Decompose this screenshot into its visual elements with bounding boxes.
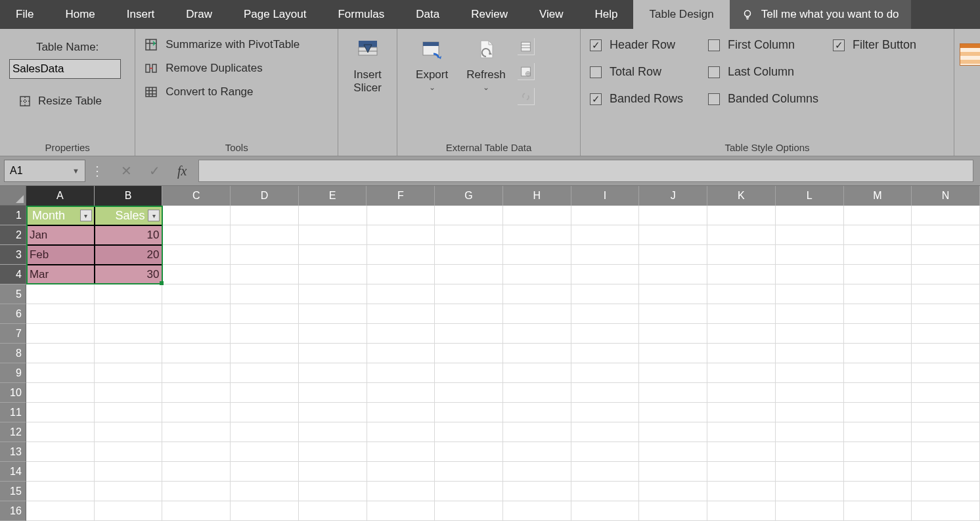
cell[interactable]: Feb	[26, 245, 95, 265]
cell[interactable]	[503, 363, 571, 383]
cell[interactable]	[299, 245, 367, 265]
cell[interactable]	[707, 284, 776, 304]
name-box[interactable]: A1 ▼	[4, 160, 85, 182]
cell[interactable]	[912, 304, 980, 324]
cell[interactable]	[299, 442, 367, 462]
col-J[interactable]: J	[639, 186, 707, 206]
tell-me-search[interactable]: Tell me what you want to do	[730, 0, 911, 29]
cell[interactable]	[367, 501, 435, 521]
properties-icon-button[interactable]	[518, 38, 535, 55]
cell[interactable]	[571, 265, 640, 284]
cell[interactable]	[435, 324, 503, 344]
cell[interactable]	[162, 265, 231, 284]
cell[interactable]	[844, 265, 912, 284]
cell[interactable]	[26, 363, 95, 383]
cell[interactable]	[707, 304, 776, 324]
open-in-browser-icon-button[interactable]	[518, 63, 535, 80]
cell[interactable]	[639, 422, 707, 442]
cell[interactable]	[639, 383, 707, 403]
cell[interactable]	[844, 225, 912, 245]
cell[interactable]	[231, 501, 299, 521]
cell[interactable]	[844, 206, 912, 225]
chk-last-column[interactable]: Last Column	[708, 65, 833, 79]
cell[interactable]	[367, 422, 435, 442]
cell[interactable]	[639, 225, 707, 245]
cell[interactable]	[571, 383, 640, 403]
cell[interactable]	[844, 324, 912, 344]
cell[interactable]	[231, 363, 299, 383]
cell[interactable]	[26, 403, 95, 422]
tab-file[interactable]: File	[0, 0, 49, 29]
cell[interactable]: Jan	[26, 225, 95, 245]
cell[interactable]	[707, 363, 776, 383]
cell[interactable]	[639, 501, 707, 521]
cell[interactable]	[95, 304, 163, 324]
cell[interactable]	[95, 422, 163, 442]
cell[interactable]	[776, 324, 844, 344]
cell[interactable]	[162, 324, 231, 344]
cell[interactable]	[367, 403, 435, 422]
table-style-thumbnail[interactable]	[960, 43, 980, 66]
cell[interactable]	[639, 265, 707, 284]
cell[interactable]	[231, 344, 299, 363]
cell[interactable]	[95, 363, 163, 383]
cancel-edit-icon[interactable]: ✕	[121, 163, 132, 179]
cell[interactable]	[435, 304, 503, 324]
cell[interactable]	[367, 324, 435, 344]
cell[interactable]	[95, 344, 163, 363]
cell[interactable]	[776, 442, 844, 462]
cell[interactable]	[503, 422, 571, 442]
insert-slicer-button[interactable]: InsertSlicer	[347, 34, 388, 95]
cell[interactable]	[367, 304, 435, 324]
cell[interactable]: Sales	[95, 206, 163, 225]
tab-view[interactable]: View	[523, 0, 579, 29]
cell[interactable]	[707, 462, 776, 482]
row-5[interactable]: 5	[0, 284, 26, 304]
cell[interactable]	[639, 324, 707, 344]
cell[interactable]	[367, 482, 435, 501]
cell[interactable]	[95, 482, 163, 501]
cell[interactable]	[844, 442, 912, 462]
cell[interactable]	[435, 422, 503, 442]
cell[interactable]	[231, 383, 299, 403]
cell[interactable]	[844, 422, 912, 442]
filter-dropdown-icon[interactable]	[148, 210, 160, 221]
cell[interactable]	[503, 284, 571, 304]
chk-first-column[interactable]: First Column	[708, 38, 833, 52]
tab-help[interactable]: Help	[579, 0, 634, 29]
row-16[interactable]: 16	[0, 501, 26, 521]
cell[interactable]	[844, 245, 912, 265]
cell[interactable]	[162, 206, 231, 225]
cell[interactable]	[571, 245, 640, 265]
cell[interactable]	[639, 206, 707, 225]
tab-table-design[interactable]: Table Design	[633, 0, 729, 29]
cell[interactable]	[299, 344, 367, 363]
cell[interactable]	[844, 363, 912, 383]
row-11[interactable]: 11	[0, 403, 26, 422]
cell[interactable]	[707, 501, 776, 521]
row-12[interactable]: 12	[0, 422, 26, 442]
cell[interactable]	[231, 304, 299, 324]
cell[interactable]	[912, 442, 980, 462]
cell[interactable]	[231, 284, 299, 304]
cell[interactable]	[912, 265, 980, 284]
cell[interactable]	[299, 501, 367, 521]
row-7[interactable]: 7	[0, 324, 26, 344]
cell[interactable]	[844, 344, 912, 363]
cell[interactable]	[912, 383, 980, 403]
cell[interactable]	[912, 245, 980, 265]
name-box-menu[interactable]: ⋮	[85, 163, 109, 179]
cell[interactable]	[435, 284, 503, 304]
cell[interactable]	[707, 225, 776, 245]
cell[interactable]	[571, 501, 640, 521]
cell[interactable]	[503, 265, 571, 284]
row-14[interactable]: 14	[0, 462, 26, 482]
cell[interactable]	[26, 304, 95, 324]
cell[interactable]	[571, 403, 640, 422]
col-K[interactable]: K	[707, 186, 776, 206]
cell[interactable]	[844, 383, 912, 403]
cell[interactable]	[162, 462, 231, 482]
cell[interactable]	[231, 206, 299, 225]
cell[interactable]	[162, 442, 231, 462]
cell[interactable]	[162, 422, 231, 442]
